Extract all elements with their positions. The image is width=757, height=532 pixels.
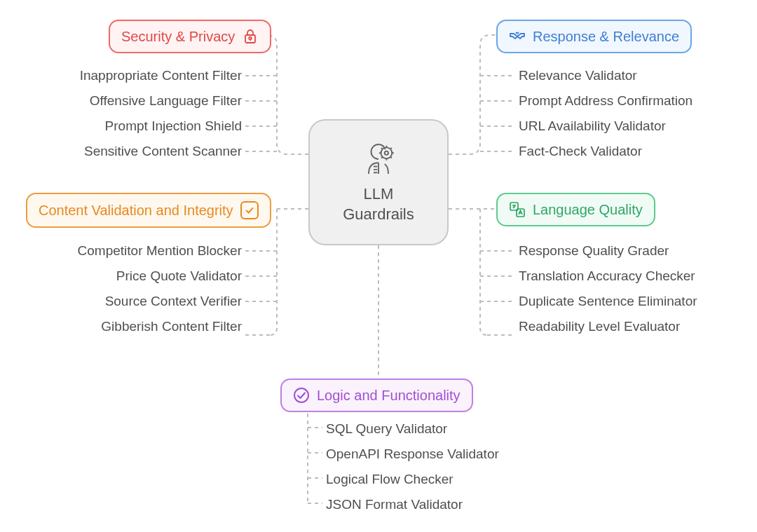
center-title-line2: Guardrails — [343, 205, 414, 225]
category-language-label: Language Quality — [533, 202, 643, 218]
list-item: Competitor Mention Blocker — [21, 238, 242, 264]
translate-icon — [509, 201, 526, 218]
list-item: JSON Format Validator — [326, 492, 499, 517]
list-item: Inappropriate Content Filter — [21, 63, 242, 88]
list-item: Response Quality Grader — [519, 238, 697, 264]
lock-icon — [242, 28, 259, 45]
list-item: Fact-Check Validator — [519, 139, 693, 164]
list-item: Relevance Validator — [519, 63, 693, 88]
category-language-quality: Language Quality — [496, 193, 655, 226]
response-items: Relevance Validator Prompt Address Confi… — [519, 63, 693, 164]
list-item: Duplicate Sentence Eliminator — [519, 289, 697, 314]
svg-point-6 — [294, 388, 308, 402]
list-item: SQL Query Validator — [326, 416, 499, 442]
logic-items: SQL Query Validator OpenAPI Response Val… — [326, 416, 499, 517]
category-logic-functionality: Logic and Functionality — [280, 378, 473, 412]
category-logic-label: Logic and Functionality — [317, 388, 461, 404]
category-response-label: Response & Relevance — [533, 29, 679, 45]
security-items: Inappropriate Content Filter Offensive L… — [21, 63, 242, 164]
list-item: Prompt Address Confirmation — [519, 88, 693, 114]
svg-point-0 — [381, 148, 393, 159]
list-item: Offensive Language Filter — [21, 88, 242, 114]
list-item: URL Availability Validator — [519, 114, 693, 139]
handshake-icon — [509, 28, 526, 45]
list-item: Translation Accuracy Checker — [519, 264, 697, 289]
category-response-relevance: Response & Relevance — [496, 20, 692, 53]
check-circle-icon — [293, 387, 310, 404]
list-item: Sensitive Content Scanner — [21, 139, 242, 164]
content-items: Competitor Mention Blocker Price Quote V… — [21, 238, 242, 339]
svg-point-1 — [385, 151, 388, 155]
list-item: Price Quote Validator — [21, 264, 242, 289]
person-gear-icon — [359, 139, 398, 179]
list-item: Gibberish Content Filter — [21, 314, 242, 339]
list-item: Logical Flow Checker — [326, 467, 499, 492]
checkbox-icon — [240, 201, 259, 219]
language-items: Response Quality Grader Translation Accu… — [519, 238, 697, 339]
svg-point-3 — [249, 37, 252, 40]
category-security-label: Security & Privacy — [121, 29, 235, 45]
category-security-privacy: Security & Privacy — [109, 20, 271, 53]
list-item: Readability Level Evaluator — [519, 314, 697, 339]
list-item: Source Context Verifier — [21, 289, 242, 314]
category-content-validation: Content Validation and Integrity — [26, 193, 271, 228]
list-item: Prompt Injection Shield — [21, 114, 242, 139]
category-content-label: Content Validation and Integrity — [39, 203, 233, 219]
list-item: OpenAPI Response Validator — [326, 442, 499, 467]
center-title-line1: LLM — [343, 184, 414, 205]
center-node-llm-guardrails: LLM Guardrails — [308, 119, 449, 245]
